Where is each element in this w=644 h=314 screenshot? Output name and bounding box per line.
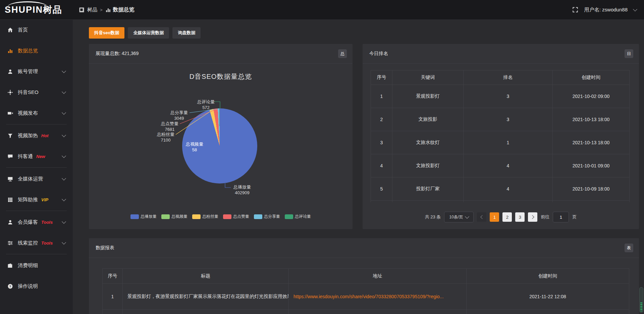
chat-bubble-icon xyxy=(7,154,13,159)
breadcrumb: 树品 > 数据总览 xyxy=(79,6,135,13)
pagination: 共 23 条 10条/页 1 2 3 前往 页 xyxy=(363,212,639,222)
cell-keyword: 文旅投影灯 xyxy=(392,154,464,177)
sidebar-item-account[interactable]: 账号管理 xyxy=(0,61,73,82)
pie-chart-title: D音SEO数据量总览 xyxy=(89,72,353,81)
sidebar-item-video-heat[interactable]: 视频加热 Hot xyxy=(0,125,73,146)
sidebar-item-doketong[interactable]: 抖客通 New xyxy=(0,146,73,167)
report-table-wrap: 序号 标题 地址 创建时间 1 景观投影灯，夜游景观投影灯厂家展示展示落花灯在花… xyxy=(102,268,629,314)
sidebar-item-member-tools[interactable]: 会员爆客 Tools xyxy=(0,212,73,232)
chevron-down-icon xyxy=(62,154,66,158)
next-page-button[interactable] xyxy=(528,212,537,222)
sidebar-item-lead-monitor[interactable]: 线索监控 Tools xyxy=(0,232,73,253)
legend-item-likes[interactable]: 总点赞量 xyxy=(223,214,249,219)
cell-index: 1 xyxy=(103,284,123,310)
impressions-total-label: 展现量总数: 421,369 xyxy=(96,51,139,57)
pagination-total: 共 23 条 xyxy=(425,214,441,220)
page-button-3[interactable]: 3 xyxy=(515,212,525,222)
vip-badge: VIP xyxy=(41,197,48,202)
legend-item-plays[interactable]: 总播放量 xyxy=(130,214,157,219)
page-button-1[interactable]: 1 xyxy=(490,212,499,222)
legend-item-shares[interactable]: 总分享量 xyxy=(254,214,280,219)
tab-omni-media-data[interactable]: 全媒体运营数据 xyxy=(128,27,169,39)
goto-page-input[interactable] xyxy=(553,212,569,222)
total-view-button[interactable]: 总 xyxy=(338,49,347,58)
col-index: 序号 xyxy=(103,269,123,284)
pie-label-name: 总评论量 xyxy=(196,99,216,105)
sidebar-item-consumption[interactable]: 消费明细 xyxy=(0,255,73,276)
topbar-right: 用户名: zswodun88 xyxy=(572,7,644,13)
legend-item-videos[interactable]: 总视频量 xyxy=(161,214,187,219)
page-button-2[interactable]: 2 xyxy=(502,212,512,222)
cell-rank: 3 xyxy=(464,108,553,131)
cell-created: 2021-10-13 18:00 xyxy=(553,108,630,131)
sidebar-label: 数据总览 xyxy=(18,48,38,54)
page-size-select[interactable]: 10条/页 xyxy=(444,212,474,222)
sidebar-item-help[interactable]: ? 操作说明 xyxy=(0,276,73,297)
report-table: 序号 标题 地址 创建时间 1 景观投影灯，夜游景观投影灯厂家展示展示落花灯在花… xyxy=(102,268,629,314)
legend-swatch xyxy=(254,214,262,219)
breadcrumb-current-wrap[interactable]: 数据总览 xyxy=(105,6,135,13)
col-index: 序号 xyxy=(371,70,392,85)
pie-label-name: 总分享量 xyxy=(169,110,189,115)
pie-label-value: 7100 xyxy=(156,137,175,143)
sidebar-item-matrix-boost[interactable]: 矩阵助推 VIP xyxy=(0,189,73,210)
sliders-icon xyxy=(7,240,13,246)
goto-unit: 页 xyxy=(572,214,577,220)
legend-label: 总分享量 xyxy=(264,214,280,219)
legend-item-comments[interactable]: 总评论量 xyxy=(285,214,311,219)
table-view-button[interactable]: 表 xyxy=(625,244,633,252)
prev-page-button[interactable] xyxy=(477,212,486,222)
pie-label-videos: 总视频量 58 xyxy=(185,141,204,153)
chevron-down-icon xyxy=(62,219,66,224)
cell-index: 4 xyxy=(371,154,392,177)
scrollbar-thumb[interactable] xyxy=(639,287,643,313)
ranking-panel-title: 今日排名 xyxy=(369,51,388,57)
data-tabs: 抖音seo数据 全媒体运营数据 询盘数据 xyxy=(89,27,644,39)
tab-inquiry-data[interactable]: 询盘数据 xyxy=(172,27,201,39)
table-row[interactable]: 4 文旅投影灯 4 2021-10-01 09:00 xyxy=(371,154,630,177)
fullscreen-icon[interactable] xyxy=(572,7,578,13)
sidebar-item-video-publish[interactable]: 视频发布 xyxy=(0,103,73,123)
pie-label-value: 58 xyxy=(185,147,204,153)
pie-label-comments: 总评论量 572 xyxy=(196,99,216,110)
cell-index: 1 xyxy=(371,85,392,108)
table-row[interactable]: 3 文旅水纹灯 1 2021-10-13 18:00 xyxy=(371,131,630,154)
chevron-left-icon xyxy=(480,215,484,219)
day-view-button[interactable]: 日 xyxy=(625,49,633,58)
sidebar-label: 操作说明 xyxy=(18,283,38,290)
sidebar-divider xyxy=(6,124,67,124)
pie-label-fans: 总粉丝量 7100 xyxy=(156,132,175,143)
legend-item-fans[interactable]: 总粉丝量 xyxy=(192,214,218,219)
gear-icon xyxy=(7,90,13,95)
col-url: 地址 xyxy=(289,269,467,284)
sidebar-item-home[interactable]: 首页 xyxy=(0,19,73,40)
chevron-down-icon xyxy=(62,197,66,201)
cell-rank: 4 xyxy=(464,177,553,201)
table-row[interactable]: 5 投影灯厂家 4 2021-10-09 18:00 xyxy=(371,177,630,201)
breadcrumb-root[interactable]: 树品 xyxy=(87,7,97,13)
user-chevron-down-icon[interactable] xyxy=(633,7,637,11)
pie-label-plays: 总播放量 402909 xyxy=(232,184,253,196)
tab-douyin-seo-data[interactable]: 抖音seo数据 xyxy=(89,27,124,39)
table-row[interactable]: 1 景观投影灯，夜游景观投影灯厂家展示展示落花灯在花园里的灯光投影应用效果 # … xyxy=(103,284,629,310)
sidebar-divider xyxy=(6,167,67,168)
username-label[interactable]: 用户名: zswodun88 xyxy=(584,7,628,13)
table-row[interactable]: 2 文旅投影 3 2021-10-13 18:00 xyxy=(371,108,630,131)
table-header-row: 序号 标题 地址 创建时间 xyxy=(103,269,629,284)
sidebar-item-data-overview[interactable]: 数据总览 xyxy=(0,40,73,61)
sidebar-label: 首页 xyxy=(18,27,28,33)
cell-index: 3 xyxy=(371,131,392,154)
sidebar-item-douyin-seo[interactable]: 抖音SEO xyxy=(0,82,73,103)
new-badge: New xyxy=(36,154,45,159)
sidebar-item-omni-media[interactable]: 全媒体运营 xyxy=(0,168,73,189)
video-link[interactable]: https://www.iesdouyin.com/share/video/70… xyxy=(293,294,444,299)
ranking-table-wrap: 序号 关键词 排名 创建时间 1 景观投影灯 3 2021-10-02 09:0… xyxy=(371,70,630,202)
pie-label-name: 总播放量 xyxy=(232,184,253,190)
pie-label-shares: 总分享量 3049 xyxy=(169,110,189,121)
table-row[interactable]: 1 景观投影灯 3 2021-10-02 09:00 xyxy=(371,85,630,108)
question-circle-icon: ? xyxy=(7,283,13,289)
sidebar-label: 抖客通 xyxy=(18,153,33,160)
chevron-down-icon xyxy=(62,176,66,180)
col-title: 标题 xyxy=(123,269,289,284)
pie-label-name: 总粉丝量 xyxy=(156,132,175,137)
